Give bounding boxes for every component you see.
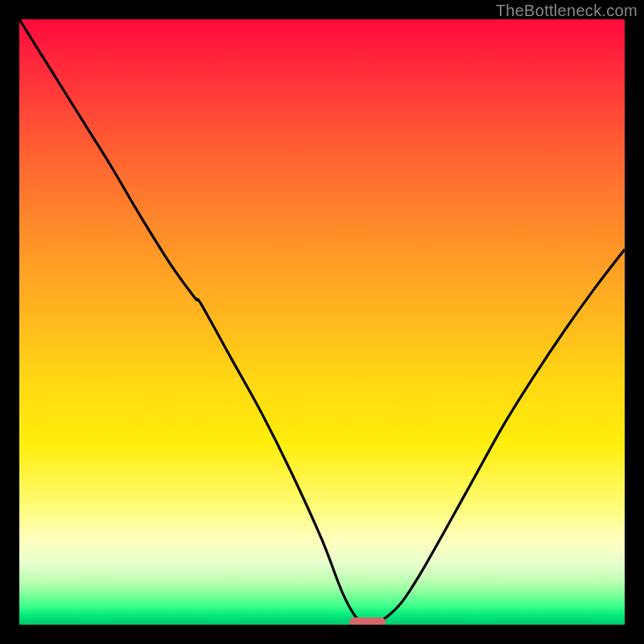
bottleneck-curve xyxy=(19,19,625,623)
plot-area xyxy=(19,19,625,625)
optimal-point-marker xyxy=(349,617,386,625)
watermark-text: TheBottleneck.com xyxy=(496,2,638,20)
chart-frame: TheBottleneck.com xyxy=(0,0,644,644)
curve-svg xyxy=(19,19,625,625)
